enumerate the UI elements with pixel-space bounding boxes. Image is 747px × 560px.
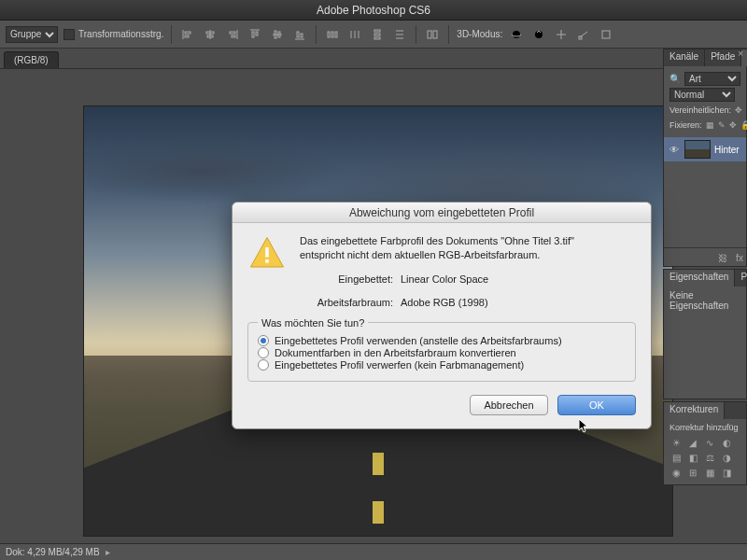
svg-rect-26: [374, 37, 380, 39]
layer-fx-icon[interactable]: fx: [733, 251, 746, 264]
right-panel-stack: × Kanäle Pfade El 🔍Art Normal Vereinheit…: [663, 49, 747, 560]
curves-adjust-icon[interactable]: ∿: [703, 436, 716, 449]
svg-point-32: [513, 31, 520, 38]
radio-icon: [258, 359, 269, 371]
bw-adjust-icon[interactable]: ◑: [720, 451, 733, 464]
tab-channels[interactable]: Kanäle: [664, 49, 705, 66]
options-legend: Was möchten Sie tun?: [258, 317, 368, 329]
svg-rect-8: [232, 35, 235, 37]
hue-adjust-icon[interactable]: ◧: [686, 451, 699, 464]
search-icon: 🔍: [669, 73, 681, 86]
align-hcenter-icon[interactable]: [202, 26, 218, 43]
radio-convert[interactable]: Dokumentfarben in den Arbeitsfarbraum ko…: [258, 347, 626, 358]
align-vcenter-icon[interactable]: [269, 26, 286, 43]
radio-discard[interactable]: Eingebettetes Profil verwerfen (kein Far…: [258, 359, 626, 371]
lock-pixels-icon[interactable]: ✎: [718, 119, 726, 132]
svg-rect-20: [335, 32, 337, 37]
svg-rect-17: [301, 34, 303, 37]
distribute-vspace-icon[interactable]: [391, 26, 408, 43]
svg-rect-37: [265, 259, 269, 263]
options-bar: Gruppe Transformationsstrg. 3D-Modus:: [0, 21, 747, 49]
separator: [416, 25, 416, 44]
distribute-h-icon[interactable]: [324, 26, 341, 43]
levels-adjust-icon[interactable]: ◢: [686, 436, 699, 449]
app-titlebar: Adobe Photoshop CS6: [0, 0, 747, 21]
blend-mode-select[interactable]: Normal: [669, 88, 735, 102]
radio-icon: [258, 347, 269, 358]
align-left-icon[interactable]: [179, 26, 196, 43]
embedded-value: Linear Color Space: [401, 273, 488, 287]
panel-close-icon[interactable]: ×: [738, 49, 743, 59]
transform-controls-checkbox[interactable]: Transformationsstrg.: [63, 29, 163, 40]
channel-mixer-icon[interactable]: ⊞: [686, 466, 699, 479]
3d-pan-icon[interactable]: [553, 26, 570, 43]
adjustments-hint: Korrektur hinzufüg: [669, 423, 740, 432]
radio-icon: [258, 335, 269, 346]
align-bottom-icon[interactable]: [291, 26, 308, 43]
workspace-label: Arbeitsfarbraum:: [300, 296, 393, 310]
dialog-message: Das eingebettete Farbprofil des Dokument…: [300, 234, 574, 311]
separator: [171, 25, 172, 44]
3d-slide-icon[interactable]: [575, 26, 592, 43]
3d-roll-icon[interactable]: [530, 26, 547, 43]
dialog-title: Abweichung vom eingebetteten Profil: [233, 203, 651, 223]
tab-paths[interactable]: Pfade: [705, 49, 741, 66]
unify-position-icon[interactable]: ✥: [735, 104, 742, 117]
vibrance-adjust-icon[interactable]: ▤: [669, 451, 683, 464]
svg-rect-16: [297, 32, 299, 37]
doc-size-status: Dok: 4,29 MB/4,29 MB: [6, 547, 100, 557]
lookup-icon[interactable]: ▦: [703, 466, 716, 479]
unify-label: Vereinheitlichen:: [669, 105, 731, 115]
options-fieldset: Was möchten Sie tun? Eingebettetes Profi…: [247, 322, 636, 382]
lock-transparency-icon[interactable]: ▦: [706, 119, 714, 132]
align-top-icon[interactable]: [247, 26, 263, 43]
radio-use-embedded[interactable]: Eingebettetes Profil verwenden (anstelle…: [258, 335, 626, 346]
visibility-eye-icon[interactable]: 👁: [668, 145, 681, 155]
tab-properties-2[interactable]: Pro: [735, 270, 747, 287]
svg-rect-1: [185, 32, 190, 34]
status-expand-icon[interactable]: ▸: [106, 547, 110, 557]
link-layers-icon[interactable]: ⛓: [716, 251, 729, 264]
photo-filter-icon[interactable]: ◉: [669, 466, 683, 479]
balance-adjust-icon[interactable]: ⚖: [703, 451, 716, 464]
svg-rect-18: [328, 32, 330, 37]
svg-point-33: [535, 31, 543, 38]
document-tabbar: (RGB/8): [0, 49, 747, 69]
profile-mismatch-dialog: Abweichung vom eingebetteten Profil Das …: [232, 202, 652, 429]
cancel-button[interactable]: Abbrechen: [470, 395, 548, 415]
svg-rect-19: [331, 32, 333, 37]
svg-rect-11: [256, 32, 258, 35]
invert-icon[interactable]: ◨: [720, 466, 733, 479]
exposure-adjust-icon[interactable]: ◐: [720, 436, 733, 449]
tab-adjustments[interactable]: Korrekturen: [664, 402, 725, 419]
mode3d-label: 3D-Modus:: [457, 29, 502, 39]
align-right-icon[interactable]: [224, 26, 241, 43]
svg-rect-34: [579, 36, 582, 39]
auto-align-icon[interactable]: [424, 26, 441, 43]
3d-scale-icon[interactable]: [598, 26, 614, 43]
properties-panel: Eigenschaften Pro Keine Eigenschaften: [663, 269, 747, 399]
group-select[interactable]: Gruppe: [6, 26, 58, 43]
svg-rect-2: [185, 35, 189, 37]
app-title: Adobe Photoshop CS6: [317, 4, 430, 17]
workspace-value: Adobe RGB (1998): [401, 296, 488, 310]
layer-row-background[interactable]: 👁 Hinter: [664, 137, 746, 161]
lock-position-icon[interactable]: ✥: [729, 119, 737, 132]
distribute-v-icon[interactable]: [369, 26, 386, 43]
layer-kind-select[interactable]: Art: [684, 72, 740, 86]
svg-rect-36: [265, 247, 269, 258]
svg-rect-30: [428, 31, 431, 38]
document-tab[interactable]: (RGB/8): [4, 51, 59, 68]
checkbox-icon: [63, 29, 75, 40]
no-properties-text: Keine Eigenschaften: [669, 290, 728, 311]
tab-properties[interactable]: Eigenschaften: [664, 270, 735, 287]
svg-rect-35: [602, 31, 610, 38]
ok-button[interactable]: OK: [557, 395, 636, 415]
lock-all-icon[interactable]: 🔒: [740, 119, 747, 132]
distribute-hspace-icon[interactable]: [346, 26, 363, 43]
layer-thumbnail: [684, 140, 711, 159]
layer-name: Hinter: [714, 145, 740, 155]
brightness-adjust-icon[interactable]: ☀: [669, 436, 683, 449]
adjustments-panel: Korrekturen Korrektur hinzufüg ☀ ◢ ∿ ◐ ▤…: [663, 401, 747, 485]
3d-orbit-icon[interactable]: [508, 26, 525, 43]
